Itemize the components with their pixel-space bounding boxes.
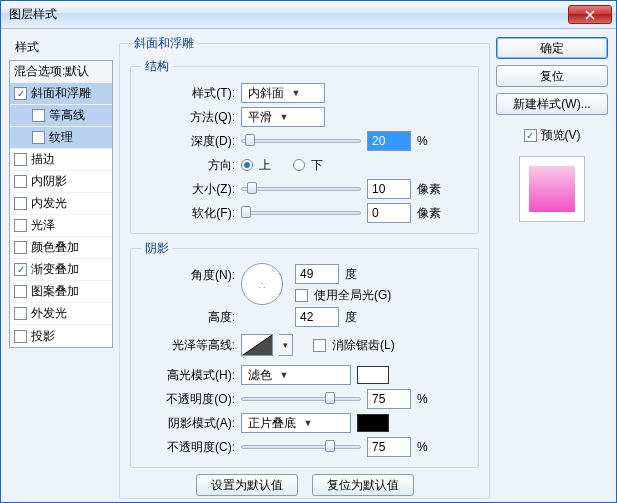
style-label: 图案叠加 bbox=[31, 283, 79, 300]
shadow-mode-combo[interactable]: 正片叠底 ▼ bbox=[241, 413, 351, 433]
style-label: 内阴影 bbox=[31, 173, 67, 190]
style-row-drop-shadow[interactable]: 投影 bbox=[10, 325, 112, 347]
shadow-opacity-slider[interactable] bbox=[241, 438, 361, 456]
reset-button[interactable]: 复位 bbox=[496, 65, 608, 87]
direction-up-label: 上 bbox=[259, 157, 271, 174]
altitude-unit: 度 bbox=[345, 309, 357, 326]
style-label: 光泽 bbox=[31, 217, 55, 234]
blending-options-label: 混合选项:默认 bbox=[14, 63, 89, 80]
altitude-label: 高度: bbox=[141, 309, 235, 326]
angle-dial[interactable]: ∴ bbox=[241, 263, 283, 305]
direction-down-radio[interactable] bbox=[293, 159, 305, 171]
make-default-button[interactable]: 设置为默认值 bbox=[196, 474, 298, 496]
soften-input[interactable]: 0 bbox=[367, 203, 411, 223]
gloss-contour-picker[interactable] bbox=[241, 334, 273, 356]
style-row-inner-glow[interactable]: 内发光 bbox=[10, 193, 112, 215]
shadow-color-swatch[interactable] bbox=[357, 414, 389, 432]
style-row-satin[interactable]: 光泽 bbox=[10, 215, 112, 237]
shadow-mode-label: 阴影模式(A): bbox=[141, 415, 235, 432]
checkbox-bevel[interactable] bbox=[14, 87, 27, 100]
angle-label: 角度(N): bbox=[141, 263, 235, 284]
default-buttons-row: 设置为默认值 复位为默认值 bbox=[130, 474, 479, 496]
soften-label: 软化(F): bbox=[141, 205, 235, 222]
highlight-opacity-unit: % bbox=[417, 392, 428, 406]
shadow-opacity-unit: % bbox=[417, 440, 428, 454]
depth-slider[interactable] bbox=[241, 132, 361, 150]
styles-header: 样式 bbox=[9, 35, 113, 60]
style-row-contour[interactable]: 等高线 bbox=[10, 105, 112, 127]
highlight-opacity-input[interactable]: 75 bbox=[367, 389, 411, 409]
style-label: 渐变叠加 bbox=[31, 261, 79, 278]
style-row-stroke[interactable]: 描边 bbox=[10, 149, 112, 171]
direction-label: 方向: bbox=[141, 157, 235, 174]
chevron-down-icon: ▼ bbox=[300, 415, 316, 431]
chevron-down-icon: ▼ bbox=[288, 85, 304, 101]
checkbox-contour[interactable] bbox=[32, 109, 45, 122]
gloss-contour-dropdown[interactable]: ▾ bbox=[279, 334, 293, 356]
soften-unit: 像素 bbox=[417, 205, 441, 222]
altitude-input[interactable]: 42 bbox=[295, 307, 339, 327]
style-row-bevel[interactable]: 斜面和浮雕 bbox=[10, 83, 112, 105]
global-light-checkbox[interactable] bbox=[295, 289, 308, 302]
checkbox-drop-shadow[interactable] bbox=[14, 330, 27, 343]
size-unit: 像素 bbox=[417, 181, 441, 198]
style-label: 斜面和浮雕 bbox=[31, 85, 91, 102]
highlight-mode-value: 滤色 bbox=[248, 367, 272, 384]
style-row-inner-shadow[interactable]: 内阴影 bbox=[10, 171, 112, 193]
antialias-label: 消除锯齿(L) bbox=[332, 337, 395, 354]
highlight-mode-combo[interactable]: 滤色 ▼ bbox=[241, 365, 351, 385]
style-row-gradient-overlay[interactable]: 渐变叠加 bbox=[10, 259, 112, 281]
style-row-pattern-overlay[interactable]: 图案叠加 bbox=[10, 281, 112, 303]
size-input[interactable]: 10 bbox=[367, 179, 411, 199]
size-slider[interactable] bbox=[241, 180, 361, 198]
style-row-color-overlay[interactable]: 颜色叠加 bbox=[10, 237, 112, 259]
preview-box bbox=[519, 156, 585, 222]
preview-toggle[interactable]: 预览(V) bbox=[496, 127, 608, 144]
checkbox-texture[interactable] bbox=[32, 131, 45, 144]
style-row-texture[interactable]: 纹理 bbox=[10, 127, 112, 149]
highlight-color-swatch[interactable] bbox=[357, 366, 389, 384]
direction-up-radio[interactable] bbox=[241, 159, 253, 171]
style-label: 内发光 bbox=[31, 195, 67, 212]
crosshair-icon: ∴ bbox=[259, 280, 265, 291]
direction-down-label: 下 bbox=[311, 157, 323, 174]
preview-swatch bbox=[529, 166, 575, 212]
checkbox-outer-glow[interactable] bbox=[14, 307, 27, 320]
preview-checkbox[interactable] bbox=[524, 129, 537, 142]
highlight-mode-label: 高光模式(H): bbox=[141, 367, 235, 384]
close-button[interactable] bbox=[568, 5, 612, 24]
angle-input[interactable]: 49 bbox=[295, 264, 339, 284]
style-label: 样式(T): bbox=[141, 85, 235, 102]
bevel-legend: 斜面和浮雕 bbox=[130, 35, 198, 52]
shadow-opacity-input[interactable]: 75 bbox=[367, 437, 411, 457]
ok-button[interactable]: 确定 bbox=[496, 37, 608, 59]
blending-options-row[interactable]: 混合选项:默认 bbox=[10, 61, 112, 83]
checkbox-satin[interactable] bbox=[14, 219, 27, 232]
reset-default-button[interactable]: 复位为默认值 bbox=[312, 474, 414, 496]
global-light-label: 使用全局光(G) bbox=[314, 287, 391, 304]
new-style-button[interactable]: 新建样式(W)... bbox=[496, 93, 608, 115]
checkbox-stroke[interactable] bbox=[14, 153, 27, 166]
style-label: 外发光 bbox=[31, 305, 67, 322]
soften-slider[interactable] bbox=[241, 204, 361, 222]
shadow-opacity-label: 不透明度(C): bbox=[141, 439, 235, 456]
checkbox-inner-shadow[interactable] bbox=[14, 175, 27, 188]
titlebar: 图层样式 bbox=[1, 1, 616, 29]
dialog-body: 样式 混合选项:默认 斜面和浮雕 等高线 纹理 bbox=[1, 29, 616, 502]
close-icon bbox=[585, 10, 595, 20]
shadow-mode-value: 正片叠底 bbox=[248, 415, 296, 432]
checkbox-gradient-overlay[interactable] bbox=[14, 263, 27, 276]
checkbox-inner-glow[interactable] bbox=[14, 197, 27, 210]
action-column: 确定 复位 新建样式(W)... 预览(V) bbox=[496, 35, 608, 494]
highlight-opacity-slider[interactable] bbox=[241, 390, 361, 408]
chevron-down-icon: ▼ bbox=[276, 367, 292, 383]
angle-unit: 度 bbox=[345, 266, 357, 283]
checkbox-pattern-overlay[interactable] bbox=[14, 285, 27, 298]
style-combo[interactable]: 内斜面 ▼ bbox=[241, 83, 325, 103]
checkbox-color-overlay[interactable] bbox=[14, 241, 27, 254]
size-label: 大小(Z): bbox=[141, 181, 235, 198]
depth-input[interactable]: 20 bbox=[367, 131, 411, 151]
antialias-checkbox[interactable] bbox=[313, 339, 326, 352]
style-row-outer-glow[interactable]: 外发光 bbox=[10, 303, 112, 325]
technique-combo[interactable]: 平滑 ▼ bbox=[241, 107, 325, 127]
